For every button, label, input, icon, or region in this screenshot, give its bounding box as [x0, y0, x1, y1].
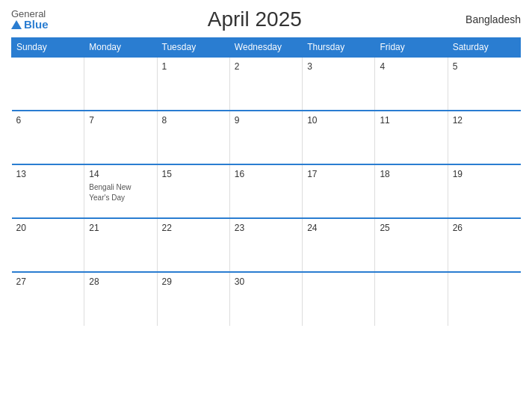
calendar-title: April 2025	[49, 7, 461, 31]
calendar-container: General Blue April 2025 Bangladesh Sunda…	[0, 0, 532, 411]
day-number: 2	[235, 61, 297, 72]
weekday-header-row: SundayMondayTuesdayWednesdayThursdayFrid…	[12, 38, 521, 58]
calendar-cell: 24	[303, 218, 375, 272]
calendar-cell	[448, 272, 520, 326]
weekday-header-sunday: Sunday	[12, 38, 84, 58]
day-number: 25	[380, 223, 442, 233]
calendar-cell: 2	[229, 57, 302, 111]
day-number: 6	[16, 115, 80, 126]
weekday-header-tuesday: Tuesday	[157, 38, 229, 58]
day-number: 16	[235, 169, 297, 179]
calendar-cell: 9	[229, 111, 302, 164]
day-number: 3	[307, 61, 370, 72]
calendar-cell	[12, 57, 84, 111]
day-number: 11	[380, 115, 442, 126]
day-number: 29	[162, 276, 225, 287]
day-number: 17	[307, 169, 370, 179]
day-number: 27	[16, 276, 80, 287]
calendar-cell: 17	[303, 164, 375, 218]
calendar-cell	[303, 272, 375, 326]
calendar-cell: 22	[157, 218, 229, 272]
week-row-3: 1314Bengali New Year's Day1516171819	[12, 164, 521, 218]
calendar-header: General Blue April 2025 Bangladesh	[11, 7, 521, 31]
weekday-header-wednesday: Wednesday	[229, 38, 302, 58]
day-number: 23	[235, 223, 297, 233]
holiday-label: Bengali New Year's Day	[89, 183, 131, 202]
calendar-cell: 28	[84, 272, 157, 326]
day-number: 10	[307, 115, 370, 126]
logo-blue-text: Blue	[11, 19, 49, 30]
calendar-cell: 4	[375, 57, 448, 111]
calendar-cell: 1	[157, 57, 229, 111]
calendar-cell: 10	[303, 111, 375, 164]
day-number: 9	[235, 115, 297, 126]
calendar-cell: 11	[375, 111, 448, 164]
calendar-table: SundayMondayTuesdayWednesdayThursdayFrid…	[11, 37, 521, 326]
day-number: 13	[16, 169, 80, 179]
calendar-cell: 5	[448, 57, 520, 111]
calendar-cell: 3	[303, 57, 375, 111]
calendar-cell: 15	[157, 164, 229, 218]
week-row-5: 27282930	[12, 272, 521, 326]
calendar-cell: 13	[12, 164, 84, 218]
day-number: 8	[162, 115, 225, 126]
logo-triangle-icon	[11, 20, 22, 29]
logo: General Blue	[11, 9, 49, 30]
calendar-cell	[84, 57, 157, 111]
calendar-cell: 26	[448, 218, 520, 272]
calendar-cell: 18	[375, 164, 448, 218]
calendar-cell: 23	[229, 218, 302, 272]
day-number: 15	[162, 169, 225, 179]
day-number: 5	[453, 61, 516, 72]
day-number: 22	[162, 223, 225, 233]
day-number: 18	[380, 169, 442, 179]
day-number: 20	[16, 223, 80, 233]
day-number: 4	[380, 61, 442, 72]
day-number: 7	[89, 115, 152, 126]
day-number: 14	[89, 169, 152, 179]
day-number: 24	[307, 223, 370, 233]
calendar-cell: 16	[229, 164, 302, 218]
calendar-cell: 7	[84, 111, 157, 164]
day-number: 1	[162, 61, 225, 72]
week-row-2: 6789101112	[12, 111, 521, 164]
week-row-1: 12345	[12, 57, 521, 111]
weekday-header-friday: Friday	[375, 38, 448, 58]
calendar-cell: 21	[84, 218, 157, 272]
country-label: Bangladesh	[461, 13, 521, 25]
weekday-header-thursday: Thursday	[303, 38, 375, 58]
calendar-cell: 12	[448, 111, 520, 164]
day-number: 12	[453, 115, 516, 126]
day-number: 30	[235, 276, 297, 287]
week-row-4: 20212223242526	[12, 218, 521, 272]
day-number: 21	[89, 223, 152, 233]
weekday-header-monday: Monday	[84, 38, 157, 58]
calendar-cell: 30	[229, 272, 302, 326]
day-number: 28	[89, 276, 152, 287]
day-number: 19	[453, 169, 516, 179]
calendar-cell: 27	[12, 272, 84, 326]
calendar-cell: 25	[375, 218, 448, 272]
calendar-cell	[375, 272, 448, 326]
calendar-cell: 14Bengali New Year's Day	[84, 164, 157, 218]
day-number: 26	[453, 223, 516, 233]
calendar-cell: 29	[157, 272, 229, 326]
calendar-cell: 8	[157, 111, 229, 164]
calendar-cell: 6	[12, 111, 84, 164]
calendar-cell: 20	[12, 218, 84, 272]
calendar-cell: 19	[448, 164, 520, 218]
weekday-header-saturday: Saturday	[448, 38, 520, 58]
